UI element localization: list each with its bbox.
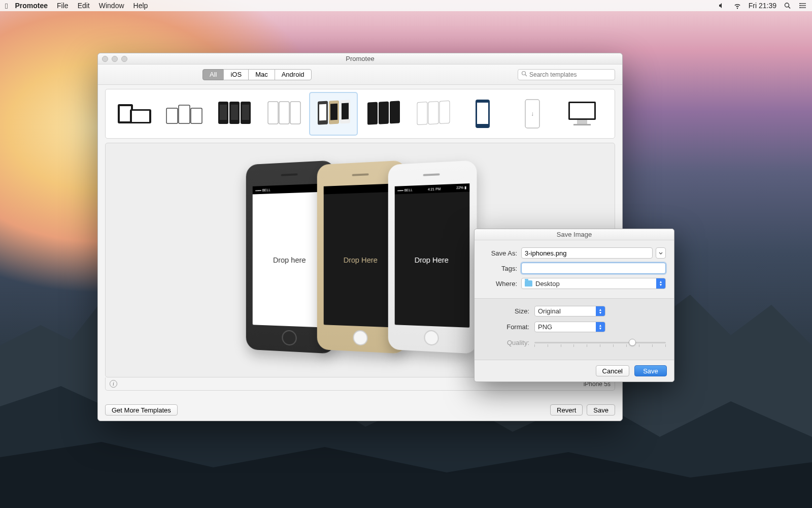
svg-rect-36 — [428, 101, 438, 124]
save-button[interactable]: Save — [587, 404, 615, 416]
size-value: Original — [538, 307, 561, 315]
svg-rect-24 — [279, 102, 289, 124]
svg-rect-32 — [367, 102, 378, 125]
traffic-lights[interactable] — [102, 56, 127, 62]
where-select[interactable]: Desktop ▲▼ — [521, 278, 666, 289]
select-arrows-icon: ▲▼ — [656, 278, 665, 289]
svg-line-9 — [525, 75, 527, 76]
volume-icon[interactable] — [718, 2, 726, 9]
svg-text:↓: ↓ — [531, 110, 534, 117]
expand-dialog-button[interactable] — [656, 247, 666, 259]
template-strip[interactable]: ↓ — [105, 89, 615, 139]
phone-mockup-3[interactable]: ••••• BELL 4:21 PM 22% ▮ Drop Here — [388, 160, 477, 354]
bottom-bar: Get More Templates Revert Save — [105, 404, 615, 416]
template-thumb-9[interactable]: ↓ — [509, 92, 556, 135]
category-tabs: All iOS Mac Android — [202, 69, 312, 80]
wifi-icon[interactable] — [733, 2, 741, 9]
template-thumb-1[interactable] — [111, 92, 158, 135]
size-select[interactable]: Original ▲▼ — [534, 306, 605, 316]
svg-rect-29 — [330, 104, 337, 120]
phone2-home-icon — [353, 330, 367, 345]
svg-rect-13 — [132, 111, 149, 122]
svg-rect-33 — [379, 101, 389, 124]
svg-point-5 — [799, 3, 800, 4]
revert-button[interactable]: Revert — [550, 404, 583, 416]
template-thumb-3[interactable] — [210, 92, 258, 135]
apple-menu-icon[interactable]:  — [5, 2, 8, 10]
svg-rect-16 — [191, 108, 202, 123]
phone3-status-left: ••••• BELL — [397, 188, 413, 192]
template-thumb-2[interactable] — [160, 92, 208, 135]
template-thumb-5[interactable] — [310, 92, 357, 135]
cancel-button[interactable]: Cancel — [596, 365, 629, 376]
notification-center-icon[interactable] — [799, 2, 807, 9]
clock[interactable]: Fri 21:39 — [749, 2, 776, 10]
svg-rect-23 — [268, 102, 278, 124]
quality-label: Quality: — [483, 339, 529, 346]
tab-mac[interactable]: Mac — [248, 69, 275, 80]
zoom-window-button[interactable] — [121, 56, 127, 62]
window-menu[interactable]: Window — [99, 2, 124, 10]
window-title: Promotee — [346, 55, 374, 62]
svg-point-0 — [785, 3, 789, 7]
template-thumb-6[interactable] — [359, 92, 407, 135]
format-select[interactable]: PNG ▲▼ — [534, 322, 605, 332]
file-menu[interactable]: File — [57, 2, 69, 10]
svg-rect-37 — [439, 101, 450, 123]
svg-rect-11 — [120, 106, 131, 121]
search-input[interactable] — [518, 69, 615, 80]
svg-rect-20 — [231, 105, 238, 120]
menubar:  Promotee File Edit Window Help Fri 21:… — [0, 0, 812, 11]
tags-input[interactable] — [521, 263, 666, 274]
select-arrows-icon: ▲▼ — [596, 306, 605, 316]
save-as-input[interactable] — [521, 247, 653, 259]
dialog-save-button[interactable]: Save — [634, 365, 667, 376]
svg-point-6 — [799, 5, 800, 6]
phone1-home-icon — [282, 330, 296, 345]
svg-rect-25 — [290, 102, 300, 124]
template-thumb-8[interactable] — [459, 92, 506, 135]
edit-menu[interactable]: Edit — [78, 2, 90, 10]
phone2-drop-label: Drop Here — [323, 192, 398, 327]
phone3-drop-label: Drop Here — [394, 192, 469, 327]
save-dialog-title: Save Image — [475, 229, 674, 240]
template-thumb-10[interactable] — [558, 92, 606, 135]
svg-rect-35 — [417, 102, 427, 125]
format-label: Format: — [483, 323, 529, 331]
quality-slider — [534, 337, 666, 347]
where-label: Where: — [483, 280, 517, 288]
titlebar[interactable]: Promotee — [98, 53, 622, 65]
get-more-templates-button[interactable]: Get More Templates — [105, 404, 178, 416]
help-menu[interactable]: Help — [133, 2, 148, 10]
close-window-button[interactable] — [102, 56, 108, 62]
format-value: PNG — [538, 323, 552, 331]
app-menu[interactable]: Promotee — [15, 2, 48, 10]
svg-rect-34 — [390, 101, 400, 123]
info-icon[interactable]: i — [110, 380, 117, 388]
template-thumb-7[interactable] — [409, 92, 457, 135]
svg-rect-45 — [573, 124, 591, 125]
search-field[interactable] — [529, 71, 612, 78]
toolbar: All iOS Mac Android — [98, 65, 622, 85]
search-icon — [521, 71, 527, 78]
phone3-home-icon — [424, 330, 438, 345]
svg-rect-15 — [179, 105, 190, 123]
tab-ios[interactable]: iOS — [223, 69, 249, 80]
tab-all[interactable]: All — [202, 69, 224, 80]
spotlight-icon[interactable] — [784, 2, 792, 9]
size-label: Size: — [483, 307, 529, 315]
phone3-status-right: 22% ▮ — [456, 185, 466, 190]
svg-rect-31 — [342, 103, 349, 119]
template-thumb-4[interactable] — [260, 92, 308, 135]
tab-android[interactable]: Android — [275, 69, 312, 80]
select-arrows-icon: ▲▼ — [596, 322, 605, 332]
svg-rect-18 — [220, 105, 227, 120]
tags-label: Tags: — [483, 265, 517, 272]
svg-rect-43 — [570, 103, 594, 118]
svg-rect-44 — [577, 120, 587, 124]
save-as-label: Save As: — [483, 249, 517, 257]
svg-rect-14 — [166, 108, 178, 123]
save-dialog: Save Image Save As: Tags: Where: Desktop — [474, 229, 674, 382]
minimize-window-button[interactable] — [112, 56, 118, 62]
folder-icon — [525, 280, 532, 287]
